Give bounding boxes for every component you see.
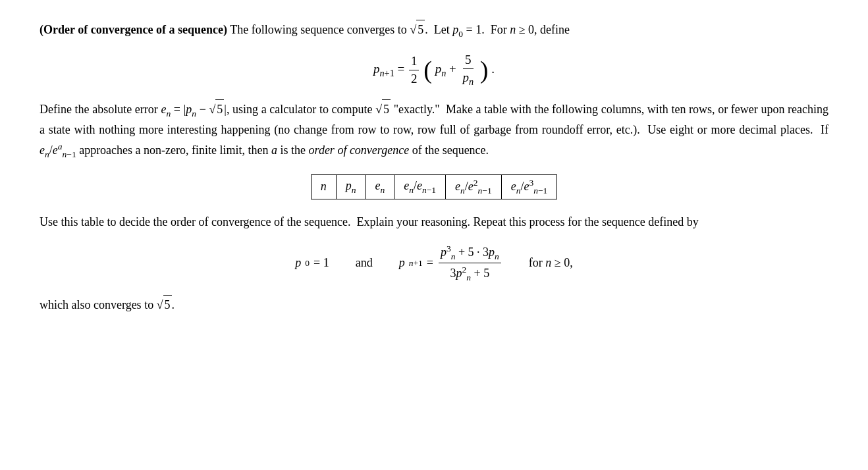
col-en: en — [366, 175, 394, 199]
for-n-label: for n ≥ 0, — [529, 256, 573, 270]
numerator-second: p3n + 5 · 3pn — [439, 244, 501, 264]
table-header-row: n pn en en/en−1 en/e2n−1 en/e3n−1 — [311, 175, 557, 199]
sqrt-bar-1: 5 — [416, 20, 425, 39]
theorem-title: (Order of convergence of a sequence) — [40, 23, 227, 36]
second-recurrence-part: pn+1 = p3n + 5 · 3pn 3p2n + 5 — [399, 244, 502, 283]
convergence-table: n pn en en/en−1 en/e2n−1 en/e3n−1 — [311, 174, 558, 199]
paragraph-1-text: The following sequence converges to — [230, 23, 410, 36]
frac-5-pn: 5 pn — [460, 53, 475, 88]
and-label: and — [356, 256, 373, 270]
p0-def-text: Let p0 = 1. For n ≥ 0, define — [434, 23, 570, 36]
sqrt5-inline-1: √5 — [410, 23, 425, 36]
col-pn: pn — [336, 175, 366, 199]
frac-half: 1 2 — [409, 54, 420, 86]
col-ratio1: en/en−1 — [394, 175, 446, 199]
col-ratio2: en/e2n−1 — [446, 175, 502, 199]
p0-second-part: p0 = 1 — [295, 256, 329, 270]
frac-second: p3n + 5 · 3pn 3p2n + 5 — [439, 244, 501, 283]
paragraph-2: Define the absolute error en = |pn − √5|… — [40, 99, 828, 161]
right-paren: ) — [480, 57, 489, 84]
sqrt-bar-4: 5 — [163, 295, 172, 315]
sqrt-bar-3: 5 — [382, 99, 391, 119]
denominator-1: 2 — [409, 70, 420, 86]
paragraph-3: Use this table to decide the order of co… — [40, 213, 828, 232]
col-n: n — [311, 175, 336, 199]
final-paragraph: which also converges to √5. — [40, 295, 828, 315]
numerator-1: 1 — [409, 54, 420, 70]
denominator-second: 3p2n + 5 — [448, 263, 492, 283]
col-ratio3: en/e3n−1 — [501, 175, 557, 199]
main-content: (Order of convergence of a sequence) The… — [40, 20, 828, 315]
second-formula-display: p0 = 1 and pn+1 = p3n + 5 · 3pn 3p2n + 5… — [40, 244, 828, 283]
denominator-pn: pn — [460, 69, 475, 88]
convergence-table-container: n pn en en/en−1 en/e2n−1 en/e3n−1 — [40, 174, 828, 199]
paragraph-1: (Order of convergence of a sequence) The… — [40, 20, 828, 41]
numerator-5: 5 — [463, 53, 474, 69]
left-paren: ( — [423, 57, 432, 84]
sqrt-bar-2: 5 — [215, 99, 224, 119]
recurrence-formula: pn+1 = 1 2 ( pn + 5 pn ) . — [40, 53, 828, 88]
